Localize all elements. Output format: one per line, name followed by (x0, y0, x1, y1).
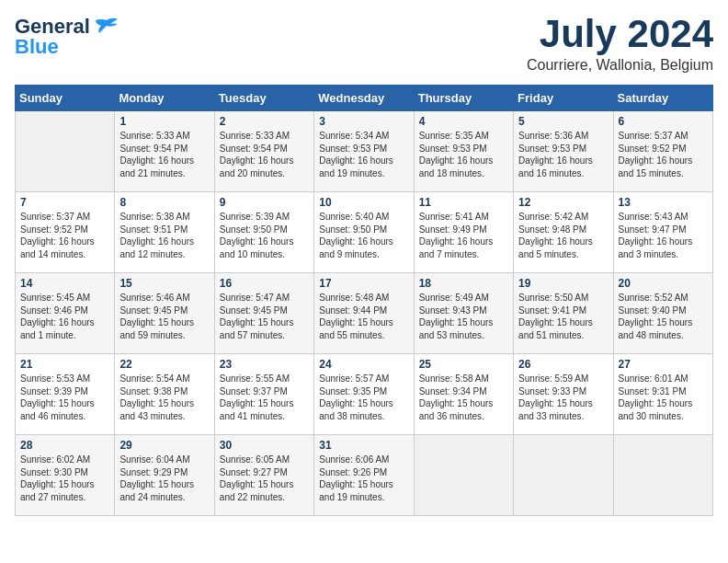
calendar-cell: 18Sunrise: 5:49 AM Sunset: 9:43 PM Dayli… (414, 273, 513, 354)
day-details: Sunrise: 5:37 AM Sunset: 9:52 PM Dayligh… (619, 131, 693, 178)
day-number: 30 (220, 439, 309, 452)
calendar-cell: 25Sunrise: 5:58 AM Sunset: 9:34 PM Dayli… (414, 354, 513, 435)
calendar-cell: 26Sunrise: 5:59 AM Sunset: 9:33 PM Dayli… (514, 354, 613, 435)
week-row-3: 14Sunrise: 5:45 AM Sunset: 9:46 PM Dayli… (16, 273, 713, 354)
calendar-cell: 13Sunrise: 5:43 AM Sunset: 9:47 PM Dayli… (613, 192, 712, 273)
logo-bird-icon (94, 17, 119, 37)
calendar-cell: 21Sunrise: 5:53 AM Sunset: 9:39 PM Dayli… (16, 354, 115, 435)
day-number: 6 (619, 115, 708, 128)
day-number: 17 (319, 277, 408, 290)
day-details: Sunrise: 5:43 AM Sunset: 9:47 PM Dayligh… (619, 212, 693, 259)
calendar-cell (514, 435, 613, 516)
calendar-cell: 4Sunrise: 5:35 AM Sunset: 9:53 PM Daylig… (414, 111, 513, 192)
day-details: Sunrise: 5:59 AM Sunset: 9:33 PM Dayligh… (518, 373, 593, 421)
header-row: SundayMondayTuesdayWednesdayThursdayFrid… (16, 86, 713, 111)
day-number: 10 (319, 196, 408, 209)
calendar-cell: 9Sunrise: 5:39 AM Sunset: 9:50 PM Daylig… (214, 192, 313, 273)
day-details: Sunrise: 5:42 AM Sunset: 9:48 PM Dayligh… (518, 212, 593, 259)
day-details: Sunrise: 5:47 AM Sunset: 9:45 PM Dayligh… (220, 293, 294, 340)
calendar-cell (414, 435, 513, 516)
calendar-cell: 22Sunrise: 5:54 AM Sunset: 9:38 PM Dayli… (115, 354, 214, 435)
week-row-2: 7Sunrise: 5:37 AM Sunset: 9:52 PM Daylig… (16, 192, 713, 273)
calendar-cell: 7Sunrise: 5:37 AM Sunset: 9:52 PM Daylig… (16, 192, 115, 273)
calendar-table: SundayMondayTuesdayWednesdayThursdayFrid… (15, 85, 713, 516)
calendar-cell: 12Sunrise: 5:42 AM Sunset: 9:48 PM Dayli… (514, 192, 613, 273)
header-tuesday: Tuesday (214, 86, 313, 111)
day-number: 4 (419, 115, 508, 128)
week-row-1: 1Sunrise: 5:33 AM Sunset: 9:54 PM Daylig… (16, 111, 713, 192)
calendar-cell: 3Sunrise: 5:34 AM Sunset: 9:53 PM Daylig… (314, 111, 414, 192)
calendar-cell: 30Sunrise: 6:05 AM Sunset: 9:27 PM Dayli… (214, 435, 313, 516)
day-number: 21 (20, 358, 109, 371)
calendar-cell: 6Sunrise: 5:37 AM Sunset: 9:52 PM Daylig… (613, 111, 712, 192)
day-number: 12 (518, 196, 608, 209)
day-number: 9 (220, 196, 309, 209)
header-sunday: Sunday (16, 86, 115, 111)
day-number: 28 (20, 439, 109, 452)
day-details: Sunrise: 5:57 AM Sunset: 9:35 PM Dayligh… (319, 373, 393, 421)
day-details: Sunrise: 6:04 AM Sunset: 9:29 PM Dayligh… (119, 454, 194, 502)
calendar-cell: 8Sunrise: 5:38 AM Sunset: 9:51 PM Daylig… (115, 192, 214, 273)
calendar-cell: 29Sunrise: 6:04 AM Sunset: 9:29 PM Dayli… (115, 435, 214, 516)
calendar-cell: 19Sunrise: 5:50 AM Sunset: 9:41 PM Dayli… (514, 273, 613, 354)
day-number: 18 (419, 277, 508, 290)
day-details: Sunrise: 5:35 AM Sunset: 9:53 PM Dayligh… (419, 131, 494, 178)
page-header: General Blue July 2024 Courriere, Wallon… (15, 15, 713, 74)
header-saturday: Saturday (613, 86, 712, 111)
day-number: 13 (619, 196, 708, 209)
day-number: 14 (20, 277, 109, 290)
day-details: Sunrise: 5:33 AM Sunset: 9:54 PM Dayligh… (220, 131, 294, 178)
header-friday: Friday (514, 86, 613, 111)
day-details: Sunrise: 5:36 AM Sunset: 9:53 PM Dayligh… (518, 131, 593, 178)
calendar-cell: 11Sunrise: 5:41 AM Sunset: 9:49 PM Dayli… (414, 192, 513, 273)
day-details: Sunrise: 5:45 AM Sunset: 9:46 PM Dayligh… (20, 293, 95, 340)
day-number: 5 (518, 115, 608, 128)
day-number: 8 (119, 196, 209, 209)
calendar-cell: 5Sunrise: 5:36 AM Sunset: 9:53 PM Daylig… (514, 111, 613, 192)
day-number: 22 (119, 358, 209, 371)
calendar-cell (16, 111, 115, 192)
day-details: Sunrise: 5:41 AM Sunset: 9:49 PM Dayligh… (419, 212, 494, 259)
day-number: 31 (319, 439, 408, 452)
day-number: 11 (419, 196, 508, 209)
logo: General Blue (15, 15, 119, 59)
title-block: July 2024 Courriere, Wallonia, Belgium (527, 15, 713, 74)
calendar-cell: 28Sunrise: 6:02 AM Sunset: 9:30 PM Dayli… (16, 435, 115, 516)
day-details: Sunrise: 5:55 AM Sunset: 9:37 PM Dayligh… (220, 373, 294, 421)
day-number: 16 (220, 277, 309, 290)
calendar-cell: 14Sunrise: 5:45 AM Sunset: 9:46 PM Dayli… (16, 273, 115, 354)
calendar-cell: 24Sunrise: 5:57 AM Sunset: 9:35 PM Dayli… (314, 354, 414, 435)
day-details: Sunrise: 5:38 AM Sunset: 9:51 PM Dayligh… (119, 212, 194, 259)
calendar-cell: 27Sunrise: 6:01 AM Sunset: 9:31 PM Dayli… (613, 354, 712, 435)
calendar-cell: 23Sunrise: 5:55 AM Sunset: 9:37 PM Dayli… (214, 354, 313, 435)
day-number: 23 (220, 358, 309, 371)
week-row-4: 21Sunrise: 5:53 AM Sunset: 9:39 PM Dayli… (16, 354, 713, 435)
day-details: Sunrise: 5:58 AM Sunset: 9:34 PM Dayligh… (419, 373, 494, 421)
day-details: Sunrise: 5:46 AM Sunset: 9:45 PM Dayligh… (119, 293, 194, 340)
day-details: Sunrise: 5:49 AM Sunset: 9:43 PM Dayligh… (419, 293, 494, 340)
day-number: 1 (119, 115, 209, 128)
day-number: 15 (119, 277, 209, 290)
day-details: Sunrise: 5:50 AM Sunset: 9:41 PM Dayligh… (518, 293, 593, 340)
header-monday: Monday (115, 86, 214, 111)
calendar-cell: 15Sunrise: 5:46 AM Sunset: 9:45 PM Dayli… (115, 273, 214, 354)
day-details: Sunrise: 6:05 AM Sunset: 9:27 PM Dayligh… (220, 454, 294, 502)
day-details: Sunrise: 5:39 AM Sunset: 9:50 PM Dayligh… (220, 212, 294, 259)
calendar-cell: 1Sunrise: 5:33 AM Sunset: 9:54 PM Daylig… (115, 111, 214, 192)
day-number: 2 (220, 115, 309, 128)
day-number: 3 (319, 115, 408, 128)
calendar-cell: 20Sunrise: 5:52 AM Sunset: 9:40 PM Dayli… (613, 273, 712, 354)
day-details: Sunrise: 5:52 AM Sunset: 9:40 PM Dayligh… (619, 293, 693, 340)
day-number: 26 (518, 358, 608, 371)
calendar-cell: 17Sunrise: 5:48 AM Sunset: 9:44 PM Dayli… (314, 273, 414, 354)
header-thursday: Thursday (414, 86, 513, 111)
day-details: Sunrise: 5:40 AM Sunset: 9:50 PM Dayligh… (319, 212, 393, 259)
day-details: Sunrise: 6:02 AM Sunset: 9:30 PM Dayligh… (20, 454, 95, 502)
day-details: Sunrise: 5:54 AM Sunset: 9:38 PM Dayligh… (119, 373, 194, 421)
day-number: 24 (319, 358, 408, 371)
month-title: July 2024 (527, 15, 713, 53)
day-number: 25 (419, 358, 508, 371)
day-details: Sunrise: 5:33 AM Sunset: 9:54 PM Dayligh… (119, 131, 194, 178)
day-number: 7 (20, 196, 109, 209)
calendar-cell (613, 435, 712, 516)
